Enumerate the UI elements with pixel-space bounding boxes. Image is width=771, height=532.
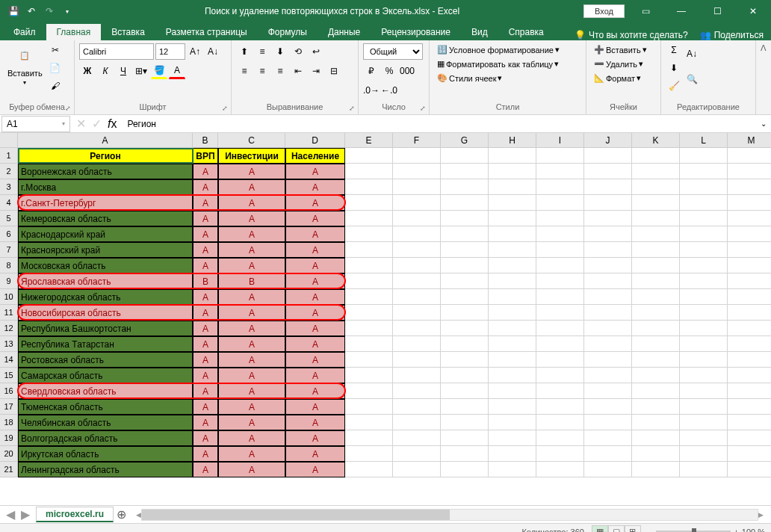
- cell[interactable]: [345, 352, 393, 368]
- sheet-nav-prev-icon[interactable]: ◀: [6, 507, 15, 522]
- cell[interactable]: [345, 226, 393, 242]
- region-cell[interactable]: Московская область: [18, 258, 193, 273]
- scroll-track[interactable]: [141, 509, 758, 521]
- worksheet-grid[interactable]: ABCDEFGHIJKLM 12345678910111213141516171…: [0, 133, 771, 505]
- cell[interactable]: [536, 336, 584, 352]
- cell[interactable]: [584, 383, 632, 399]
- cell[interactable]: [584, 211, 632, 226]
- cell[interactable]: [441, 415, 489, 430]
- row-header[interactable]: 11: [0, 305, 18, 321]
- cell[interactable]: [728, 430, 771, 446]
- cell[interactable]: [536, 352, 584, 368]
- cell[interactable]: [489, 383, 536, 399]
- tab-view[interactable]: Вид: [461, 24, 498, 40]
- data-cell[interactable]: A: [285, 336, 345, 352]
- cell[interactable]: [728, 211, 771, 226]
- cell[interactable]: [728, 273, 771, 289]
- row-header[interactable]: 16: [0, 383, 18, 399]
- cell[interactable]: [632, 352, 680, 368]
- data-cell[interactable]: A: [193, 164, 218, 179]
- cell[interactable]: [489, 289, 536, 305]
- data-cell[interactable]: A: [193, 242, 218, 258]
- cell[interactable]: [345, 446, 393, 462]
- data-cell[interactable]: A: [218, 336, 285, 352]
- data-cell[interactable]: A: [285, 211, 345, 226]
- data-cell[interactable]: A: [218, 211, 285, 226]
- cell[interactable]: [632, 258, 680, 273]
- cell[interactable]: [536, 148, 584, 164]
- delete-cells-button[interactable]: ➖Удалить ▾: [591, 58, 646, 70]
- row-header[interactable]: 9: [0, 273, 18, 289]
- cell[interactable]: [489, 258, 536, 273]
- cell[interactable]: [393, 273, 441, 289]
- cell[interactable]: [536, 289, 584, 305]
- cell[interactable]: [489, 352, 536, 368]
- insert-cells-button[interactable]: ➕Вставить ▾: [591, 43, 650, 56]
- cell[interactable]: [584, 415, 632, 430]
- view-page-icon[interactable]: ▢: [608, 525, 625, 533]
- minimize-icon[interactable]: —: [666, 0, 696, 22]
- cell[interactable]: [536, 211, 584, 226]
- col-header[interactable]: M: [728, 133, 771, 148]
- cell[interactable]: [345, 430, 393, 446]
- align-right-icon[interactable]: ≡: [272, 63, 288, 79]
- row-header[interactable]: 20: [0, 446, 18, 462]
- view-break-icon[interactable]: ⊞: [625, 525, 641, 533]
- row-header[interactable]: 8: [0, 258, 18, 273]
- cell[interactable]: [584, 258, 632, 273]
- cell-styles-button[interactable]: 🎨Стили ячеек ▾: [434, 72, 505, 84]
- data-cell[interactable]: A: [193, 336, 218, 352]
- cell[interactable]: [728, 462, 771, 477]
- cell[interactable]: [345, 242, 393, 258]
- col-header[interactable]: A: [18, 133, 193, 148]
- cell[interactable]: [345, 415, 393, 430]
- cell[interactable]: [632, 242, 680, 258]
- data-cell[interactable]: A: [285, 258, 345, 273]
- decrease-font-icon[interactable]: A↓: [205, 43, 221, 60]
- region-cell[interactable]: г.Санкт-Петербург: [18, 195, 193, 211]
- cell[interactable]: [345, 289, 393, 305]
- cell[interactable]: [536, 321, 584, 336]
- data-cell[interactable]: A: [218, 321, 285, 336]
- number-format-select[interactable]: Общий: [363, 43, 423, 60]
- data-cell[interactable]: A: [218, 164, 285, 179]
- cell[interactable]: [584, 368, 632, 383]
- cell[interactable]: [584, 305, 632, 321]
- data-cell[interactable]: A: [285, 305, 345, 321]
- cell[interactable]: [489, 321, 536, 336]
- data-cell[interactable]: A: [218, 430, 285, 446]
- region-cell[interactable]: Волгоградская область: [18, 430, 193, 446]
- data-cell[interactable]: A: [285, 415, 345, 430]
- data-cell[interactable]: A: [218, 179, 285, 195]
- redo-icon[interactable]: ↷: [42, 4, 57, 19]
- scroll-right-icon[interactable]: ▶: [758, 511, 764, 519]
- cell[interactable]: [632, 289, 680, 305]
- cell[interactable]: [489, 415, 536, 430]
- data-cell[interactable]: A: [285, 242, 345, 258]
- cell[interactable]: [728, 352, 771, 368]
- cell[interactable]: [632, 336, 680, 352]
- cell[interactable]: [489, 305, 536, 321]
- tab-review[interactable]: Рецензирование: [371, 24, 461, 40]
- cell[interactable]: [680, 195, 728, 211]
- cell[interactable]: [680, 321, 728, 336]
- cut-icon[interactable]: ✂: [47, 42, 64, 58]
- cell[interactable]: [441, 399, 489, 415]
- cell[interactable]: [632, 430, 680, 446]
- cell[interactable]: [393, 462, 441, 477]
- increase-decimal-icon[interactable]: .0→: [363, 82, 380, 99]
- region-cell[interactable]: г.Москва: [18, 179, 193, 195]
- cell[interactable]: [489, 242, 536, 258]
- data-cell[interactable]: A: [193, 258, 218, 273]
- align-left-icon[interactable]: ≡: [236, 63, 253, 79]
- cell[interactable]: [632, 195, 680, 211]
- data-cell[interactable]: A: [285, 352, 345, 368]
- cell[interactable]: [441, 430, 489, 446]
- cell[interactable]: [441, 321, 489, 336]
- region-cell[interactable]: Челябинская область: [18, 415, 193, 430]
- align-top-icon[interactable]: ⬆: [236, 43, 253, 60]
- cell[interactable]: [632, 273, 680, 289]
- alignment-launcher-icon[interactable]: ⤢: [347, 104, 356, 113]
- tab-file[interactable]: Файл: [3, 24, 46, 40]
- col-header[interactable]: F: [393, 133, 441, 148]
